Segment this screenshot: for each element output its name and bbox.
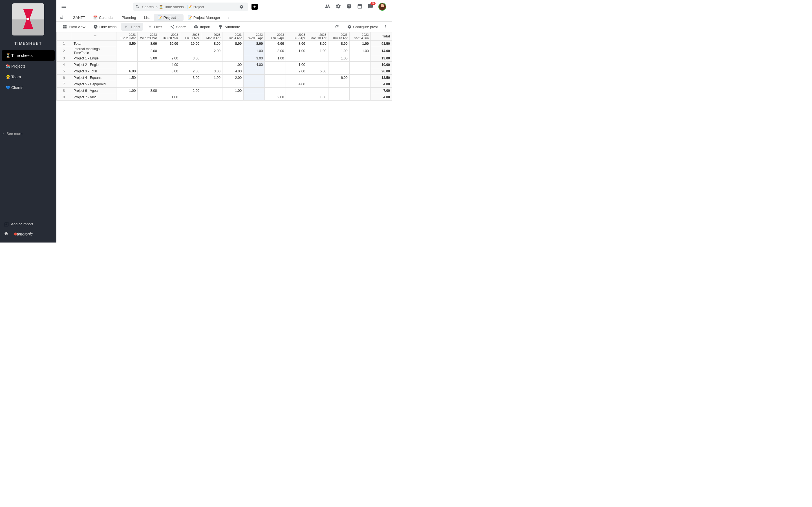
data-cell[interactable]: 1.00 xyxy=(201,75,222,81)
people-icon[interactable] xyxy=(325,3,331,10)
data-cell[interactable]: 2.00 xyxy=(201,47,222,55)
row-label[interactable]: Project 4 - Equans xyxy=(71,75,116,81)
data-cell[interactable]: 6.00 xyxy=(307,68,328,75)
pivot-grid[interactable]: 2023Tue 28 Mar2023Wed 29 Mar2023Thu 30 M… xyxy=(56,32,392,242)
table-row[interactable]: 9Project 7 - Vinci1.002.001.004.00 xyxy=(57,94,392,101)
data-cell[interactable] xyxy=(328,81,349,88)
table-row[interactable]: 4Project 2 - Engie4.001.004.001.0010.00 xyxy=(57,62,392,68)
data-cell[interactable]: 8.00 xyxy=(244,41,265,47)
pivot-view-button[interactable]: Pivot view xyxy=(59,23,89,31)
tabs-settings-icon[interactable] xyxy=(59,15,64,20)
data-cell[interactable] xyxy=(349,81,370,88)
column-header[interactable]: 2023Sat 24 Jun xyxy=(349,33,370,41)
data-cell[interactable]: 10.00 xyxy=(159,41,180,47)
sort-button[interactable]: 1 sort xyxy=(121,23,143,31)
data-cell[interactable] xyxy=(138,94,159,101)
data-cell[interactable] xyxy=(307,62,328,68)
help-icon[interactable] xyxy=(346,3,352,10)
data-cell[interactable] xyxy=(265,62,286,68)
data-cell[interactable] xyxy=(328,88,349,94)
sidebar-item-team[interactable]: 👷‍♀️Team xyxy=(2,71,55,82)
data-cell[interactable]: 3.00 xyxy=(180,55,201,62)
data-cell[interactable] xyxy=(349,94,370,101)
data-cell[interactable] xyxy=(116,62,138,68)
data-cell[interactable]: 2.00 xyxy=(180,68,201,75)
data-cell[interactable] xyxy=(265,75,286,81)
tab-gantt[interactable]: GANTT xyxy=(69,14,89,21)
data-cell[interactable]: 8.50 xyxy=(116,41,138,47)
tab-list[interactable]: List xyxy=(140,14,153,21)
data-cell[interactable]: 1.00 xyxy=(349,41,370,47)
column-header[interactable]: 2023Thu 6 Apr xyxy=(265,33,286,41)
table-row[interactable]: 1Total8.508.0010.0010.008.008.008.006.00… xyxy=(57,41,392,47)
data-cell[interactable]: 1.00 xyxy=(286,62,307,68)
data-cell[interactable] xyxy=(159,75,180,81)
data-cell[interactable] xyxy=(328,94,349,101)
sidebar-item-projects[interactable]: 📚Projects xyxy=(2,61,55,71)
data-cell[interactable] xyxy=(307,81,328,88)
data-cell[interactable] xyxy=(307,75,328,81)
data-cell[interactable]: 3.00 xyxy=(265,47,286,55)
data-cell[interactable]: 8.00 xyxy=(201,41,222,47)
data-cell[interactable] xyxy=(138,81,159,88)
more-icon[interactable] xyxy=(382,23,389,31)
data-cell[interactable]: 3.00 xyxy=(159,68,180,75)
data-cell[interactable] xyxy=(116,55,138,62)
data-cell[interactable] xyxy=(180,81,201,88)
data-cell[interactable]: 3.00 xyxy=(180,75,201,81)
column-header[interactable]: 2023Fri 31 Mar xyxy=(180,33,201,41)
data-cell[interactable]: 1.00 xyxy=(328,55,349,62)
data-cell[interactable] xyxy=(222,94,243,101)
data-cell[interactable]: 6.00 xyxy=(265,41,286,47)
data-cell[interactable]: 8.00 xyxy=(222,41,243,47)
brand-logo[interactable]: ✱timetonic xyxy=(13,232,33,236)
data-cell[interactable] xyxy=(180,62,201,68)
data-cell[interactable]: 2.00 xyxy=(138,47,159,55)
sidebar-item-clients[interactable]: 💙Clients xyxy=(2,82,55,93)
data-cell[interactable] xyxy=(307,55,328,62)
data-cell[interactable] xyxy=(116,94,138,101)
data-cell[interactable]: 8.00 xyxy=(328,41,349,47)
row-label[interactable]: Project 7 - Vinci xyxy=(71,94,116,101)
data-cell[interactable]: 4.00 xyxy=(244,62,265,68)
data-cell[interactable] xyxy=(201,62,222,68)
add-or-import-button[interactable]: + Add or import xyxy=(4,220,52,228)
table-row[interactable]: 8Project 6 - Agéa1.003.002.001.007.00 xyxy=(57,88,392,94)
search-box[interactable] xyxy=(133,3,248,11)
column-header[interactable]: 2023Thu 13 Apr xyxy=(328,33,349,41)
column-header[interactable]: 2023Wed 29 Mar xyxy=(138,33,159,41)
row-label[interactable]: Internal meetings - TimeTonic xyxy=(71,47,116,55)
sidebar-item-time-sheets[interactable]: ⏳Time sheets xyxy=(2,50,55,61)
data-cell[interactable]: 3.00 xyxy=(138,55,159,62)
data-cell[interactable]: 2.00 xyxy=(265,94,286,101)
data-cell[interactable] xyxy=(349,68,370,75)
data-cell[interactable] xyxy=(286,94,307,101)
data-cell[interactable]: 10.00 xyxy=(180,41,201,47)
data-cell[interactable]: 1.50 xyxy=(116,75,138,81)
column-header[interactable]: 2023Mon 10 Apr xyxy=(307,33,328,41)
data-cell[interactable]: 1.00 xyxy=(328,47,349,55)
add-button[interactable]: + xyxy=(252,4,258,10)
filter-icon[interactable] xyxy=(71,33,116,41)
data-cell[interactable]: 1.00 xyxy=(307,94,328,101)
add-tab-button[interactable]: + xyxy=(224,14,232,21)
data-cell[interactable] xyxy=(201,88,222,94)
row-label[interactable]: Project 6 - Agéa xyxy=(71,88,116,94)
data-cell[interactable] xyxy=(159,47,180,55)
data-cell[interactable] xyxy=(138,62,159,68)
data-cell[interactable] xyxy=(265,88,286,94)
row-label[interactable]: Project 2 - Engie xyxy=(71,62,116,68)
refresh-button[interactable] xyxy=(331,23,343,31)
data-cell[interactable] xyxy=(244,75,265,81)
import-button[interactable]: Import xyxy=(190,23,214,31)
row-label[interactable]: Project 3 - Total xyxy=(71,68,116,75)
column-header[interactable]: 2023Fri 7 Apr xyxy=(286,33,307,41)
data-cell[interactable] xyxy=(244,68,265,75)
search-settings-icon[interactable] xyxy=(239,4,244,9)
home-icon[interactable] xyxy=(4,231,13,237)
data-cell[interactable]: 2.00 xyxy=(159,55,180,62)
row-label[interactable]: Project 5 - Capgemini xyxy=(71,81,116,88)
column-header[interactable]: 2023Tue 28 Mar xyxy=(116,33,138,41)
data-cell[interactable]: 3.00 xyxy=(201,68,222,75)
calendar-icon[interactable] xyxy=(357,3,363,10)
